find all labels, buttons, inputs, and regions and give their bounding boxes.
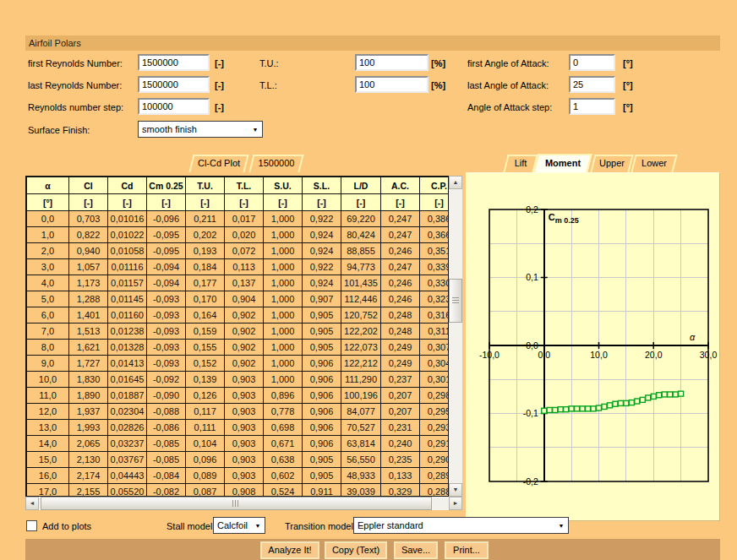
horizontal-scroll-thumb[interactable] [41, 497, 432, 510]
table-cell: 0,896 [264, 388, 303, 404]
table-cell: 0,01116 [108, 259, 147, 275]
analyze-it--button[interactable]: Analyze It! [260, 541, 319, 559]
polar-table-wrap: αClCdCm 0.25T.U.T.L.S.U.S.L.L/DA.C.C.P.[… [25, 176, 449, 497]
table-row: 9,01,7270,01413-0,0930,1520,9021,0000,90… [27, 356, 450, 372]
table-cell: 0,316 [420, 307, 450, 323]
table-cell: 8,0 [27, 340, 69, 356]
data-point-marker [657, 393, 662, 398]
table-cell: 0,903 [225, 372, 264, 388]
table-cell: -0,088 [147, 404, 186, 420]
surface-finish-select[interactable]: smooth finish ▼ [138, 121, 263, 138]
first_re-input[interactable] [138, 54, 210, 71]
table-cell: 0,366 [420, 227, 450, 243]
table-cell: 1,000 [264, 259, 303, 275]
vertical-scroll-thumb[interactable] [449, 279, 462, 323]
table-cell: 1,000 [264, 323, 303, 340]
scroll-right-button[interactable]: ► [449, 497, 462, 510]
tab-lower[interactable]: Lower [631, 155, 677, 172]
tl-input[interactable] [355, 76, 429, 93]
col-header: S.L. [303, 177, 341, 194]
table-cell: 0,924 [303, 275, 341, 291]
table-cell: 0,903 [225, 404, 264, 420]
transition-model-value: Eppler standard [354, 520, 554, 530]
table-cell: 0,139 [186, 372, 225, 388]
first_aoa-input[interactable] [569, 54, 615, 71]
table-row: 10,01,8300,01645-0,0920,1390,9031,0000,9… [27, 372, 450, 388]
table-cell: 0,05520 [108, 484, 147, 497]
table-cell: 0,193 [186, 243, 225, 259]
data-point-marker [613, 401, 618, 406]
transition-model-select[interactable]: Eppler standard ▼ [353, 517, 569, 534]
tab-1500000[interactable]: 1500000 [248, 155, 303, 172]
table-cell: 56,550 [341, 452, 381, 468]
table-cell: -0,085 [147, 436, 186, 452]
table-row: 5,01,2880,01145-0,0930,1700,9041,0000,90… [27, 291, 450, 307]
table-cell: 122,212 [341, 356, 381, 372]
stall-model-value: Calcfoil [214, 520, 251, 530]
last_aoa-input[interactable] [569, 76, 615, 93]
tu-input[interactable] [355, 54, 429, 71]
table-cell: 0,906 [303, 388, 341, 404]
tab-cl-cd-plot[interactable]: Cl-Cd Plot [188, 155, 248, 172]
table-cell: 1,000 [264, 275, 303, 291]
copy-text--button[interactable]: Copy (Text) [325, 541, 387, 559]
table-cell: 0,602 [264, 468, 303, 484]
data-point-marker [624, 400, 629, 405]
save--button[interactable]: Save... [394, 541, 438, 559]
table-cell: 14,0 [27, 436, 69, 452]
x-axis-label: α [690, 332, 696, 342]
table-cell: 0,301 [420, 372, 450, 388]
scroll-down-button[interactable]: ▼ [449, 483, 462, 497]
airfoil-polars-panel: Airfoil Polars first Reynolds Number:[-]… [0, 0, 737, 560]
data-point-marker [569, 406, 574, 411]
table-cell: 0,290 [420, 452, 450, 468]
table-row: 11,01,8900,01887-0,0900,1260,9030,8960,9… [27, 388, 450, 404]
table-cell: 0,906 [303, 436, 341, 452]
table-cell: 0,01328 [108, 340, 147, 356]
table-cell: 3,0 [27, 259, 69, 275]
table-vertical-scrollbar[interactable]: ▲ ▼ [449, 176, 462, 497]
re_step-input[interactable] [138, 98, 210, 115]
table-cell: 0,311 [420, 323, 450, 340]
scroll-left-button[interactable]: ◄ [25, 497, 39, 510]
last_re-input[interactable] [138, 76, 210, 93]
table-cell: 0,905 [303, 468, 341, 484]
table-cell: 1,727 [69, 356, 108, 372]
col-unit: [-] [341, 194, 381, 211]
data-point-marker [591, 406, 596, 411]
table-cell: 0,906 [303, 420, 341, 436]
print--button[interactable]: Print... [445, 541, 489, 559]
table-cell: -0,093 [147, 307, 186, 323]
table-cell: 0,249 [381, 340, 420, 356]
col-header: Cm 0.25 [147, 177, 186, 194]
table-cell: 0,289 [420, 468, 450, 484]
table-cell: 0,01645 [108, 372, 147, 388]
table-cell: 48,933 [341, 468, 381, 484]
table-cell: 0,231 [381, 420, 420, 436]
table-cell: -0,086 [147, 420, 186, 436]
table-row: 3,01,0570,01116-0,0940,1840,1131,0000,92… [27, 259, 450, 275]
tab-upper[interactable]: Upper [590, 155, 633, 172]
table-cell: 0,907 [303, 291, 341, 307]
table-cell: 0,01887 [108, 388, 147, 404]
col-unit: [-] [147, 194, 186, 211]
tab-moment[interactable]: Moment [533, 154, 592, 172]
add-to-plots-checkbox[interactable] [26, 520, 37, 531]
table-cell: 0,211 [186, 211, 225, 227]
scroll-up-button[interactable]: ▲ [449, 176, 462, 189]
table-horizontal-scrollbar[interactable]: ◄ ► [25, 497, 462, 510]
table-cell: 0,104 [186, 436, 225, 452]
tab-lift[interactable]: Lift [503, 155, 538, 172]
aoa_step-input[interactable] [569, 98, 615, 115]
table-units-row: [°][-][-][-][-][-][-][-][-][-][-] [27, 194, 450, 211]
y-tick-label: -0,1 [523, 408, 538, 418]
table-cell: 2,155 [69, 484, 108, 497]
tu-unit: [%] [431, 58, 445, 69]
table-cell: 0,924 [303, 243, 341, 259]
table-cell: 6,0 [27, 307, 69, 323]
table-cell: 17,0 [27, 484, 69, 497]
stall-model-select[interactable]: Calcfoil ▼ [213, 517, 265, 534]
table-cell: 12,0 [27, 404, 69, 420]
table-cell: 0,906 [303, 372, 341, 388]
x-tick-label: 20,0 [645, 350, 663, 360]
